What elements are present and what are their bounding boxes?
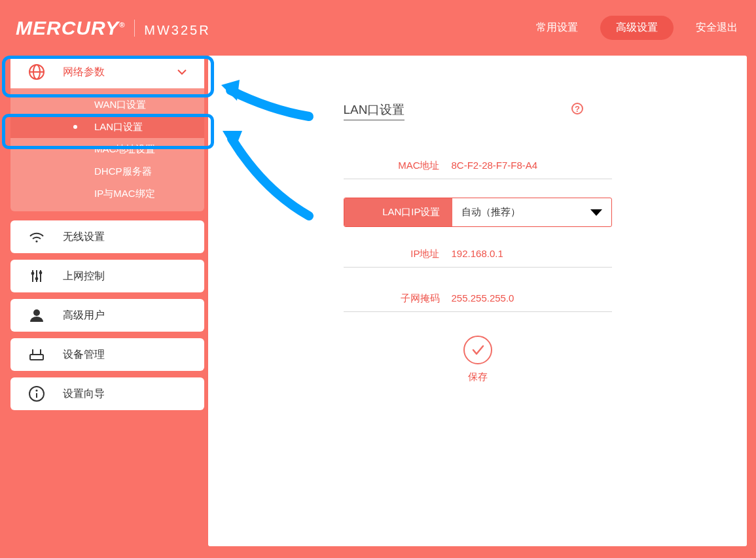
row-mask: 子网掩码 255.255.255.0 xyxy=(344,286,612,312)
label-lan-ip-mode: LAN口IP设置 xyxy=(344,198,452,226)
save-button[interactable] xyxy=(463,336,492,364)
svg-rect-13 xyxy=(30,355,43,360)
sidebar-submenu: WAN口设置 LAN口设置 MAC地址设置 DHCP服务器 IP与MAC绑定 xyxy=(10,88,204,211)
value-mask: 255.255.255.0 xyxy=(452,286,612,311)
top-nav: 常用设置 高级设置 安全退出 xyxy=(536,16,738,40)
sidebar-item-wireless[interactable]: 无线设置 xyxy=(10,220,204,253)
sidebar-item-access-control[interactable]: 上网控制 xyxy=(10,260,204,292)
row-ip: IP地址 192.168.0.1 xyxy=(344,241,612,268)
svg-point-7 xyxy=(31,272,35,275)
svg-point-9 xyxy=(35,277,39,281)
nav-logout[interactable]: 安全退出 xyxy=(696,21,738,35)
submenu-label: WAN口设置 xyxy=(94,99,146,111)
caret-down-icon xyxy=(590,209,602,216)
wifi-icon xyxy=(10,228,63,246)
label-mac: MAC地址 xyxy=(344,153,452,179)
select-lan-ip-mode[interactable]: 自动（推荐） xyxy=(452,198,611,226)
submenu-label: IP与MAC绑定 xyxy=(94,188,155,200)
sidebar-item-device-manage[interactable]: 设备管理 xyxy=(10,338,204,371)
page-title: LAN口设置 xyxy=(344,101,405,120)
sidebar-item-label: 网络参数 xyxy=(63,65,105,79)
sidebar-item-label: 高级用户 xyxy=(63,309,105,323)
submenu-wan-settings[interactable]: WAN口设置 xyxy=(10,94,204,116)
submenu-mac-settings[interactable]: MAC地址设置 xyxy=(10,138,204,160)
save-label: 保存 xyxy=(344,371,612,383)
sidebar-item-label: 上网控制 xyxy=(63,270,105,283)
svg-point-5 xyxy=(35,240,37,242)
svg-point-12 xyxy=(33,309,40,316)
sidebar-item-advanced-user[interactable]: 高级用户 xyxy=(10,299,204,332)
sidebar-item-setup-wizard[interactable]: 设置向导 xyxy=(10,377,204,410)
label-ip: IP地址 xyxy=(344,241,452,267)
submenu-label: DHCP服务器 xyxy=(94,166,152,178)
globe-icon xyxy=(10,63,63,81)
header: MERCURY® MW325R 常用设置 高级设置 安全退出 xyxy=(0,0,756,56)
brand-model: MW325R xyxy=(144,23,210,38)
brand-logo: MERCURY® xyxy=(16,17,125,39)
sidebar-item-label: 设置向导 xyxy=(63,387,105,401)
content-panel: ? LAN口设置 MAC地址 8C-F2-28-F7-F8-A4 LAN口IP设… xyxy=(208,56,747,546)
row-mac: MAC地址 8C-F2-28-F7-F8-A4 xyxy=(344,153,612,179)
submenu-label: MAC地址设置 xyxy=(94,143,155,156)
submenu-lan-settings[interactable]: LAN口设置 xyxy=(10,116,204,138)
svg-point-11 xyxy=(39,271,43,275)
save-section: 保存 xyxy=(344,336,612,383)
sliders-icon xyxy=(10,267,63,285)
value-mac: 8C-F2-28-F7-F8-A4 xyxy=(452,153,612,179)
sidebar: 网络参数 WAN口设置 LAN口设置 MAC地址设置 DHCP服务器 IP与MA… xyxy=(0,56,208,546)
brand-separator xyxy=(134,20,135,37)
submenu-label: LAN口设置 xyxy=(94,121,143,133)
router-icon xyxy=(10,345,63,364)
info-icon xyxy=(10,385,63,403)
svg-point-17 xyxy=(35,389,37,391)
row-lan-ip-mode[interactable]: LAN口IP设置 自动（推荐） xyxy=(344,198,612,227)
submenu-ip-mac-binding[interactable]: IP与MAC绑定 xyxy=(10,183,204,205)
help-button[interactable]: ? xyxy=(571,103,583,114)
select-value: 自动（推荐） xyxy=(461,206,520,218)
sidebar-item-label: 无线设置 xyxy=(63,230,105,244)
sidebar-item-label: 设备管理 xyxy=(63,348,105,362)
nav-common-settings[interactable]: 常用设置 xyxy=(536,21,578,35)
nav-advanced-settings[interactable]: 高级设置 xyxy=(600,16,674,40)
submenu-dhcp-server[interactable]: DHCP服务器 xyxy=(10,160,204,183)
brand: MERCURY® MW325R xyxy=(16,17,211,39)
label-mask: 子网掩码 xyxy=(344,286,452,311)
sidebar-item-network-params[interactable]: 网络参数 xyxy=(10,56,204,88)
chevron-down-icon xyxy=(177,66,187,78)
user-icon xyxy=(10,306,63,324)
value-ip: 192.168.0.1 xyxy=(452,241,612,267)
